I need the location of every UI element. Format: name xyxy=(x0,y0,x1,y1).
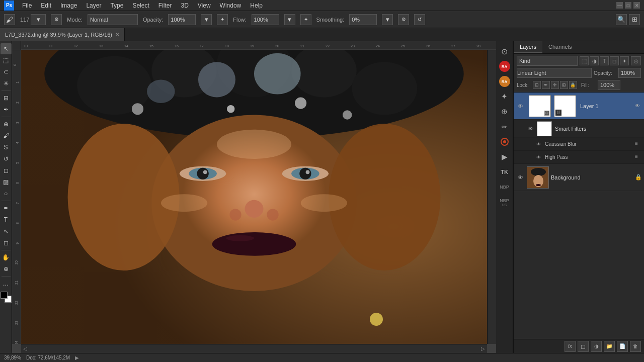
menu-view[interactable]: View xyxy=(194,1,215,10)
maximize-button[interactable]: □ xyxy=(625,2,631,9)
move-tool[interactable]: ↖ xyxy=(1,43,12,54)
brush-picker[interactable]: ▾ xyxy=(31,14,46,25)
gaussian-blur-item[interactable]: 👁 Gaussian Blur ≡ xyxy=(514,138,644,151)
menu-file[interactable]: File xyxy=(18,1,36,10)
menu-help[interactable]: Help xyxy=(246,1,267,10)
history-brush-panel-icon[interactable]: ⊙ xyxy=(498,44,512,58)
tab-channels[interactable]: Channels xyxy=(542,41,578,53)
hand-tool[interactable]: ✋ xyxy=(1,252,12,263)
healing-brush-tool[interactable]: ⊕ xyxy=(1,119,12,130)
pen-pressure-flow[interactable]: ✦ xyxy=(300,14,311,25)
filter-smart-icon[interactable]: ✦ xyxy=(620,56,629,65)
scrollbar-right[interactable] xyxy=(487,50,496,344)
filter-shape-icon[interactable]: ◻ xyxy=(610,56,619,65)
menu-filter[interactable]: Filter xyxy=(154,1,176,10)
lock-all-btn[interactable]: 🔒 xyxy=(569,81,577,89)
brush-angle[interactable]: ↺ xyxy=(414,14,425,25)
new-fill-adjustment-button[interactable]: ◑ xyxy=(591,341,602,352)
view-options[interactable]: ⊞ xyxy=(629,14,640,25)
eraser-tool[interactable]: ◻ xyxy=(1,165,12,176)
layer1-right-eye[interactable]: 👁 xyxy=(635,103,640,109)
smoothing-options[interactable]: ⚙ xyxy=(398,14,409,25)
menu-image[interactable]: Image xyxy=(56,1,81,10)
scroll-right-arrow[interactable]: ▷ xyxy=(479,346,487,351)
lock-transparent-btn[interactable]: ⊟ xyxy=(533,81,541,89)
close-button[interactable]: ✕ xyxy=(633,2,640,9)
layer-item-background[interactable]: 👁 Background 🔒 xyxy=(514,164,644,191)
history-brush-tool[interactable]: ↺ xyxy=(1,153,12,164)
color-swatches[interactable] xyxy=(1,292,12,303)
extra-tools-icon[interactable]: ✦ xyxy=(498,89,512,104)
color-range-icon[interactable] xyxy=(498,135,512,149)
dodge-tool[interactable]: ○ xyxy=(1,188,12,199)
filter-adjustment-icon[interactable]: ◑ xyxy=(590,56,599,65)
background-visibility[interactable]: 👁 xyxy=(516,173,525,182)
gradient-tool[interactable]: ▨ xyxy=(1,176,12,188)
color-sampler-icon[interactable]: ⊕ xyxy=(498,105,512,119)
gaussian-blur-visibility[interactable]: 👁 xyxy=(534,140,543,149)
add-mask-button[interactable]: ◻ xyxy=(578,341,589,352)
shape-tool[interactable]: ◻ xyxy=(1,237,12,248)
menu-select[interactable]: Select xyxy=(128,1,153,10)
magic-wand-tool[interactable]: ✳ xyxy=(1,78,12,89)
fx-button[interactable]: fx xyxy=(565,341,576,352)
filter-pixel-icon[interactable]: ⬚ xyxy=(580,56,589,65)
filter-type-icon[interactable]: T xyxy=(600,56,609,65)
menu-3d[interactable]: 3D xyxy=(177,1,192,10)
nbp-icon-2[interactable]: NBP US xyxy=(498,195,512,209)
opacity-arrow[interactable]: ▾ xyxy=(201,14,212,25)
smart-filters-item[interactable]: 👁 Smart Filters xyxy=(514,120,644,138)
type-keys-icon[interactable]: TK xyxy=(498,165,512,179)
high-pass-options-icon[interactable]: ≡ xyxy=(635,154,642,161)
layer1-visibility[interactable]: 👁 xyxy=(516,102,525,111)
layer-item-layer1[interactable]: 👁 ⊡ ⛓ Layer 1 xyxy=(514,93,644,120)
zoom-tool[interactable]: ⊕ xyxy=(1,263,12,275)
status-arrow[interactable]: ▶ xyxy=(75,355,79,360)
tab-layers[interactable]: Layers xyxy=(514,41,542,53)
new-layer-button[interactable]: 📄 xyxy=(617,341,628,352)
smoothing-arrow[interactable]: ▾ xyxy=(382,14,393,25)
lock-position-btn[interactable]: ✛ xyxy=(551,81,559,89)
mode-select[interactable]: Normal xyxy=(88,14,138,25)
minimize-button[interactable]: — xyxy=(616,2,623,9)
brush-options[interactable]: ⚙ xyxy=(51,14,62,25)
lasso-tool[interactable]: ⊂ xyxy=(1,66,12,77)
blend-mode-select[interactable]: Linear Light xyxy=(517,68,592,78)
menu-type[interactable]: Type xyxy=(106,1,127,10)
flow-value[interactable]: 100% xyxy=(252,14,279,25)
opacity-value[interactable]: 100% xyxy=(168,14,196,25)
lock-image-btn[interactable]: ✒ xyxy=(542,81,550,89)
eyedropper-tool[interactable]: ✒ xyxy=(1,104,12,115)
clone-stamp-tool[interactable]: S xyxy=(1,142,12,153)
more-tools[interactable]: … xyxy=(1,278,12,289)
filter-kind-select[interactable]: Kind xyxy=(517,56,578,66)
filter-toggle[interactable]: ◎ xyxy=(631,56,641,65)
brush-tool[interactable]: 🖌 xyxy=(1,130,12,141)
nbp-icon-1[interactable]: NBP xyxy=(498,180,512,194)
actions-ra-icon[interactable]: RA xyxy=(498,59,512,73)
scroll-left-arrow[interactable]: ◁ xyxy=(21,346,29,351)
smoothing-value[interactable]: 0% xyxy=(349,14,377,25)
crop-tool[interactable]: ⊟ xyxy=(1,93,12,104)
menu-edit[interactable]: Edit xyxy=(37,1,55,10)
canvas-container[interactable]: 10 11 12 13 14 15 16 17 18 19 20 21 22 2… xyxy=(12,41,496,353)
tool-icon[interactable]: 🖌 xyxy=(4,14,15,25)
high-pass-visibility[interactable]: 👁 xyxy=(534,153,543,162)
document-tab-close[interactable]: ✕ xyxy=(115,32,119,37)
high-pass-item[interactable]: 👁 High Pass ≡ xyxy=(514,151,644,164)
flow-arrow[interactable]: ▾ xyxy=(284,14,295,25)
delete-layer-button[interactable]: 🗑 xyxy=(630,341,641,352)
path-selection-tool[interactable]: ↖ xyxy=(1,226,12,237)
pen-tool[interactable]: ✒ xyxy=(1,203,12,214)
type-tool[interactable]: T xyxy=(1,214,12,225)
opacity-input[interactable]: 100% xyxy=(618,68,641,78)
foreground-color-swatch[interactable] xyxy=(1,292,8,299)
edit-icon[interactable]: ✏ xyxy=(498,120,512,134)
smart-filters-visibility[interactable]: 👁 xyxy=(526,124,535,133)
menu-window[interactable]: Window xyxy=(216,1,246,10)
fill-input[interactable]: 100% xyxy=(598,80,620,90)
marquee-tool[interactable]: ⬚ xyxy=(1,55,12,66)
menu-layer[interactable]: Layer xyxy=(82,1,105,10)
new-group-button[interactable]: 📁 xyxy=(604,341,615,352)
gaussian-blur-options-icon[interactable]: ≡ xyxy=(635,141,642,148)
